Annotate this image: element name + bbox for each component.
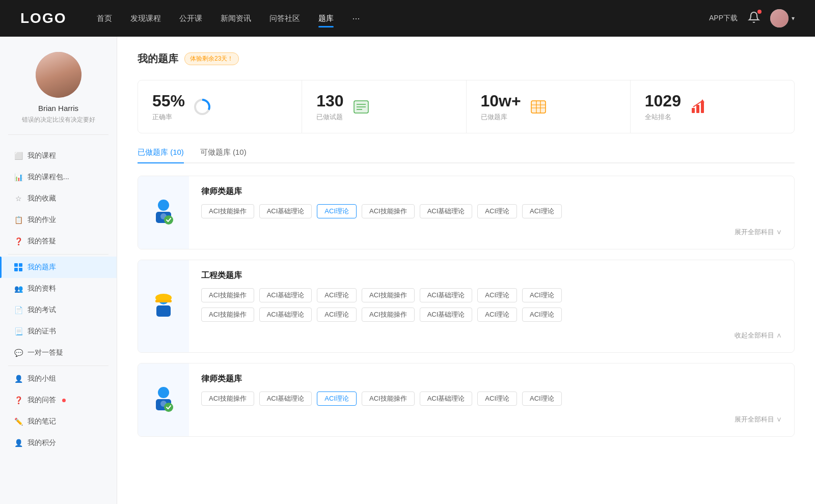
bank-title-lawyer-1: 律师类题库 [201, 186, 782, 197]
sidebar-item-exam[interactable]: 📄 我的考试 [0, 299, 117, 321]
l2-tag-1[interactable]: ACI基础理论 [259, 391, 312, 406]
eng-tag2-3[interactable]: ACI技能操作 [362, 307, 415, 322]
stat-done-questions-label: 已做试题 [316, 113, 343, 122]
tabs-row: 已做题库 (10) 可做题库 (10) [138, 148, 795, 163]
sidebar-item-one-on-one[interactable]: 💬 一对一答疑 [0, 342, 117, 363]
nav-question-bank[interactable]: 题库 [318, 12, 334, 25]
tag-0[interactable]: ACI技能操作 [201, 204, 254, 218]
menu-divider-2 [8, 366, 108, 366]
svg-point-30 [158, 387, 169, 398]
l2-tag-3[interactable]: ACI技能操作 [362, 391, 415, 406]
app-download-link[interactable]: APP下载 [709, 14, 738, 23]
stat-done-banks-value: 10w+ [481, 92, 521, 110]
tags-row-lawyer-2: ACI技能操作 ACI基础理论 ACI理论 ACI技能操作 ACI基础理论 AC… [201, 391, 782, 406]
expand-lawyer-2[interactable]: 展开全部科目 ∨ [201, 411, 782, 426]
stat-done-banks-text: 10w+ 已做题库 [481, 92, 521, 122]
svg-point-6 [198, 103, 206, 111]
nav-qa[interactable]: 问答社区 [269, 12, 300, 25]
tag-6[interactable]: ACI理论 [522, 204, 562, 218]
tags-row-engineer-2: ACI技能操作 ACI基础理论 ACI理论 ACI技能操作 ACI基础理论 AC… [201, 307, 782, 322]
tab-available-banks[interactable]: 可做题库 (10) [200, 148, 247, 162]
svg-rect-2 [14, 268, 18, 271]
navbar: LOGO 首页 发现课程 公开课 新闻资讯 问答社区 题库 ··· APP下载 … [0, 0, 815, 37]
bar-up-icon [689, 98, 708, 116]
sidebar-item-question-bank[interactable]: 我的题库 [0, 257, 117, 278]
tag-5[interactable]: ACI理论 [477, 204, 517, 218]
stat-done-banks: 10w+ 已做题库 [467, 80, 631, 133]
stat-rank: 1029 全站排名 [631, 80, 794, 133]
profile-motto: 错误的决定比没有决定要好 [22, 116, 95, 124]
bank-title-engineer: 工程类题库 [201, 270, 782, 281]
l2-tag-6[interactable]: ACI理论 [522, 391, 562, 406]
table-icon [14, 263, 22, 271]
bank-title-lawyer-2: 律师类题库 [201, 374, 782, 384]
main-layout: Brian Harris 错误的决定比没有决定要好 ⬜ 我的课程 📊 我的课程包… [0, 37, 815, 504]
svg-point-22 [158, 200, 169, 211]
engineer-icon [148, 291, 179, 322]
svg-marker-21 [700, 99, 704, 102]
sidebar-item-certificate[interactable]: 📃 我的证书 [0, 321, 117, 342]
profile-name: Brian Harris [38, 104, 78, 113]
eng-tag2-1[interactable]: ACI基础理论 [259, 307, 312, 322]
l2-tag-2[interactable]: ACI理论 [317, 391, 357, 406]
bank-card-lawyer-1: 律师类题库 ACI技能操作 ACI基础理论 ACI理论 ACI技能操作 ACI基… [138, 176, 795, 249]
sidebar-item-my-data[interactable]: 👥 我的资料 [0, 278, 117, 299]
tag-3[interactable]: ACI技能操作 [362, 204, 415, 218]
bank-card-inner-2: 工程类题库 ACI技能操作 ACI基础理论 ACI理论 ACI技能操作 ACI基… [138, 260, 794, 352]
sidebar-item-homework[interactable]: 📋 我的作业 [0, 209, 117, 231]
bank-card-lawyer-2: 律师类题库 ACI技能操作 ACI基础理论 ACI理论 ACI技能操作 ACI基… [138, 363, 795, 437]
tab-done-banks[interactable]: 已做题库 (10) [138, 148, 184, 162]
svg-rect-12 [531, 101, 546, 113]
nav-discover[interactable]: 发现课程 [130, 12, 161, 25]
sidebar-item-my-group[interactable]: 👤 我的小组 [0, 368, 117, 389]
eng-tag2-2[interactable]: ACI理论 [317, 307, 357, 322]
stat-done-banks-label: 已做题库 [481, 113, 521, 122]
l2-tag-5[interactable]: ACI理论 [477, 391, 517, 406]
list-icon [352, 98, 370, 116]
eng-tag2-6[interactable]: ACI理论 [522, 307, 562, 322]
nav-open-course[interactable]: 公开课 [179, 12, 202, 25]
l2-tag-0[interactable]: ACI技能操作 [201, 391, 254, 406]
sidebar-item-points[interactable]: 👤 我的积分 [0, 432, 117, 454]
svg-rect-1 [19, 263, 22, 267]
eng-tag-3[interactable]: ACI技能操作 [362, 288, 415, 302]
svg-point-25 [164, 215, 173, 225]
nav-more[interactable]: ··· [352, 13, 360, 24]
user-avatar-menu[interactable]: ▾ [770, 9, 795, 27]
collapse-engineer[interactable]: 收起全部科目 ∧ [201, 327, 782, 342]
sidebar-item-my-questions[interactable]: ❓ 我的问答 [0, 389, 117, 411]
sidebar-item-favorites[interactable]: ☆ 我的收藏 [0, 188, 117, 209]
eng-tag-4[interactable]: ACI基础理论 [420, 288, 473, 302]
sidebar-item-my-courses[interactable]: ⬜ 我的课程 [0, 145, 117, 166]
file-text-icon: 📄 [14, 306, 22, 314]
svg-rect-18 [692, 108, 695, 113]
eng-tag2-0[interactable]: ACI技能操作 [201, 307, 254, 322]
bank-icon-area-3 [138, 363, 189, 436]
eng-tag-1[interactable]: ACI基础理论 [259, 288, 312, 302]
nav-home[interactable]: 首页 [97, 12, 112, 25]
expand-lawyer-1[interactable]: 展开全部科目 ∨ [201, 223, 782, 239]
question-icon: ❓ [14, 396, 22, 404]
nav-news[interactable]: 新闻资讯 [221, 12, 251, 25]
tag-1[interactable]: ACI基础理论 [259, 204, 312, 218]
eng-tag-0[interactable]: ACI技能操作 [201, 288, 254, 302]
logo[interactable]: LOGO [20, 10, 66, 26]
l2-tag-4[interactable]: ACI基础理论 [420, 391, 473, 406]
sidebar-item-qa[interactable]: ❓ 我的答疑 [0, 231, 117, 252]
bank-content-3: 律师类题库 ACI技能操作 ACI基础理论 ACI理论 ACI技能操作 ACI基… [189, 363, 794, 436]
bank-card-engineer: 工程类题库 ACI技能操作 ACI基础理论 ACI理论 ACI技能操作 ACI基… [138, 260, 795, 353]
sidebar: Brian Harris 错误的决定比没有决定要好 ⬜ 我的课程 📊 我的课程包… [0, 37, 117, 504]
eng-tag-2[interactable]: ACI理论 [317, 288, 357, 302]
eng-tag2-5[interactable]: ACI理论 [477, 307, 517, 322]
eng-tag-6[interactable]: ACI理论 [522, 288, 562, 302]
sidebar-item-course-package[interactable]: 📊 我的课程包... [0, 166, 117, 188]
stat-accuracy: 55% 正确率 [138, 80, 302, 133]
sidebar-item-notes[interactable]: ✏️ 我的笔记 [0, 411, 117, 432]
eng-tag-5[interactable]: ACI理论 [477, 288, 517, 302]
eng-tag2-4[interactable]: ACI基础理论 [420, 307, 473, 322]
tag-2[interactable]: ACI理论 [317, 204, 357, 218]
sidebar-menu: ⬜ 我的课程 📊 我的课程包... ☆ 我的收藏 📋 我的作业 ❓ 我的答疑 [0, 140, 117, 459]
notification-bell[interactable] [748, 11, 760, 25]
edit-icon: ✏️ [14, 417, 22, 426]
tag-4[interactable]: ACI基础理论 [420, 204, 473, 218]
